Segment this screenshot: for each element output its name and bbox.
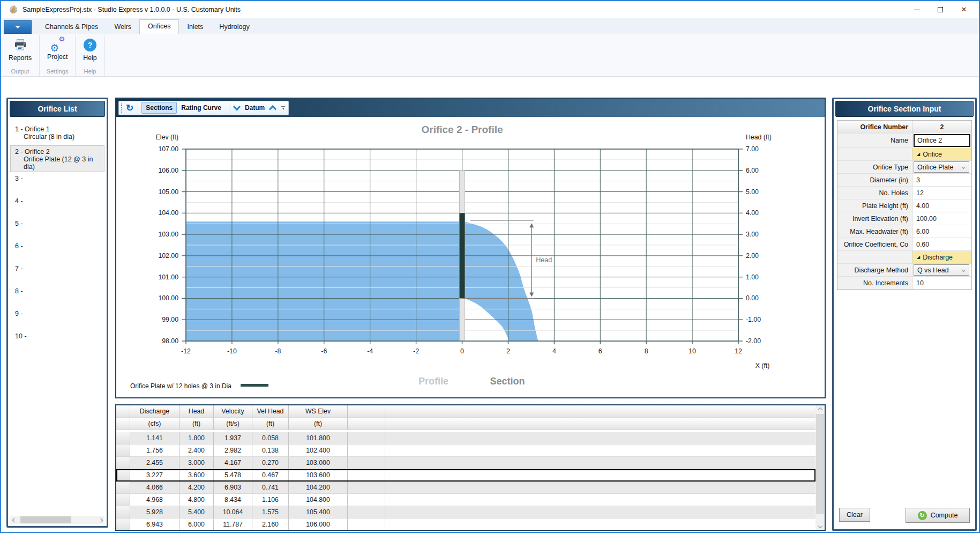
row-header-cell[interactable] — [116, 469, 130, 482]
table-cell[interactable]: 3.000 — [179, 457, 214, 469]
datum-up-chevron-icon[interactable] — [268, 105, 277, 111]
list-item[interactable]: 10 - — [10, 330, 104, 352]
row-header-cell[interactable] — [116, 494, 130, 506]
table-cell[interactable]: 105.400 — [289, 506, 348, 519]
table-cell[interactable]: 1.141 — [130, 432, 179, 445]
table-cell[interactable]: 102.400 — [289, 445, 348, 457]
table-cell[interactable] — [385, 519, 816, 530]
table-cell[interactable]: 6.000 — [179, 519, 214, 530]
table-cell[interactable]: 103.000 — [289, 457, 348, 469]
scrollbar-thumb[interactable] — [20, 516, 71, 523]
table-cell[interactable] — [348, 445, 385, 457]
table-cell[interactable]: 0.270 — [252, 457, 289, 469]
table-cell[interactable]: Head — [179, 405, 214, 418]
scroll-left-arrow[interactable] — [10, 516, 18, 524]
table-cell[interactable] — [348, 506, 385, 519]
close-button[interactable]: × — [952, 2, 976, 17]
tab-hydrology[interactable]: Hydrology — [211, 20, 257, 34]
table-cell[interactable]: (ft/s) — [214, 418, 252, 430]
list-item[interactable]: 1 - Orifice 1Circular (8 in dia) — [10, 123, 104, 145]
rating-curve-button[interactable]: Rating Curve — [177, 102, 226, 114]
table-cell[interactable]: 4.066 — [130, 482, 179, 494]
table-cell[interactable]: 1.937 — [214, 432, 252, 445]
table-cell[interactable] — [348, 432, 385, 445]
orifice-type-dropdown[interactable]: Orifice Plate — [914, 161, 969, 173]
table-cell[interactable]: 5.400 — [179, 506, 214, 519]
table-cell[interactable]: 0.467 — [252, 469, 289, 482]
table-cell[interactable]: (ft) — [289, 418, 348, 430]
table-cell[interactable]: Vel Head — [252, 405, 289, 418]
list-item[interactable]: 8 - — [10, 285, 104, 307]
table-cell[interactable]: 104.200 — [289, 482, 348, 494]
clear-button[interactable]: Clear — [839, 508, 870, 522]
table-cell[interactable] — [348, 418, 385, 430]
table-cell[interactable]: (ft) — [179, 418, 214, 430]
row-header-cell[interactable] — [116, 482, 130, 494]
table-cell[interactable]: 1.756 — [130, 445, 179, 457]
max-headwater-ft-value[interactable]: 6.00 — [914, 228, 929, 235]
table-cell[interactable]: 1.106 — [252, 494, 289, 506]
table-row[interactable]: 3.2273.6005.4780.467103.600 — [116, 469, 816, 482]
table-cell[interactable]: 4.200 — [179, 482, 214, 494]
list-item[interactable]: 3 - — [10, 172, 104, 195]
table-cell[interactable]: 106.000 — [289, 519, 348, 530]
table-cell[interactable]: 5.928 — [130, 506, 179, 519]
table-cell[interactable]: 3.227 — [130, 469, 179, 482]
list-item[interactable]: 9 - — [10, 307, 104, 330]
row-header-cell[interactable] — [116, 432, 130, 445]
profile-view-label[interactable]: Profile — [418, 376, 448, 387]
tab-orifices[interactable]: Orifices — [139, 19, 179, 34]
scroll-up-arrow[interactable] — [816, 405, 825, 413]
row-header-cell[interactable] — [116, 405, 130, 418]
table-header-row[interactable]: DischargeHeadVelocityVel HeadWS Elev — [116, 405, 816, 418]
table-scrollbar[interactable] — [816, 405, 825, 530]
minimize-button[interactable] — [905, 2, 929, 17]
table-cell[interactable]: 6.943 — [130, 519, 179, 530]
table-cell[interactable] — [348, 482, 385, 494]
table-cell[interactable]: Velocity — [214, 405, 252, 418]
compute-button[interactable]: ↻ Compute — [906, 508, 970, 523]
row-header-cell[interactable] — [116, 519, 130, 530]
table-units-row[interactable]: (cfs)(ft)(ft/s)(ft)(ft) — [116, 418, 816, 430]
section-view-label[interactable]: Section — [490, 376, 525, 387]
scroll-right-arrow[interactable] — [96, 516, 104, 524]
table-cell[interactable] — [348, 405, 385, 418]
project-settings-button[interactable]: ⚙⚙ Project — [43, 36, 72, 62]
table-cell[interactable]: 104.800 — [289, 494, 348, 506]
table-cell[interactable] — [385, 445, 816, 457]
table-row[interactable]: 6.9436.00011.7872.160106.000 — [116, 519, 816, 530]
reports-button[interactable]: Reports — [4, 36, 36, 63]
plate-height-ft-value[interactable]: 4.00 — [914, 202, 929, 210]
table-cell[interactable] — [348, 494, 385, 506]
table-cell[interactable]: 11.787 — [214, 519, 252, 530]
table-cell[interactable]: 2.982 — [214, 445, 252, 457]
table-row[interactable]: 2.4553.0004.1670.270103.000 — [116, 457, 816, 469]
table-cell[interactable]: WS Elev — [289, 405, 348, 418]
table-cell[interactable]: 2.400 — [179, 445, 214, 457]
table-cell[interactable] — [385, 432, 816, 445]
sections-button[interactable]: Sections — [141, 102, 177, 114]
list-item[interactable]: 7 - — [10, 262, 104, 285]
table-cell[interactable] — [385, 494, 816, 506]
table-cell[interactable]: 4.968 — [130, 494, 179, 506]
toolbar-overflow-button[interactable]: ▾ — [281, 106, 285, 110]
tab-inlets[interactable]: Inlets — [179, 20, 211, 34]
table-cell[interactable] — [385, 405, 816, 418]
table-cell[interactable]: 3.600 — [179, 469, 214, 482]
table-cell[interactable]: 4.167 — [214, 457, 252, 469]
no-holes-value[interactable]: 12 — [914, 189, 924, 197]
row-header-cell[interactable] — [116, 506, 130, 519]
category-band[interactable]: ◢Orifice — [912, 148, 971, 160]
refresh-icon[interactable]: ↻ — [126, 103, 133, 113]
table-cell[interactable]: 10.064 — [214, 506, 252, 519]
table-cell[interactable]: 0.058 — [252, 432, 289, 445]
tab-channels-pipes[interactable]: Channels & Pipes — [37, 20, 106, 34]
table-cell[interactable] — [385, 482, 816, 494]
datum-down-chevron-icon[interactable] — [233, 105, 241, 111]
row-header-cell[interactable] — [116, 445, 130, 457]
name-field[interactable]: Orifice 2 — [914, 134, 970, 147]
list-item[interactable]: 5 - — [10, 217, 104, 240]
table-cell[interactable]: 103.600 — [289, 469, 348, 482]
help-button[interactable]: ? Help — [79, 36, 101, 63]
table-cell[interactable]: (cfs) — [130, 418, 179, 430]
